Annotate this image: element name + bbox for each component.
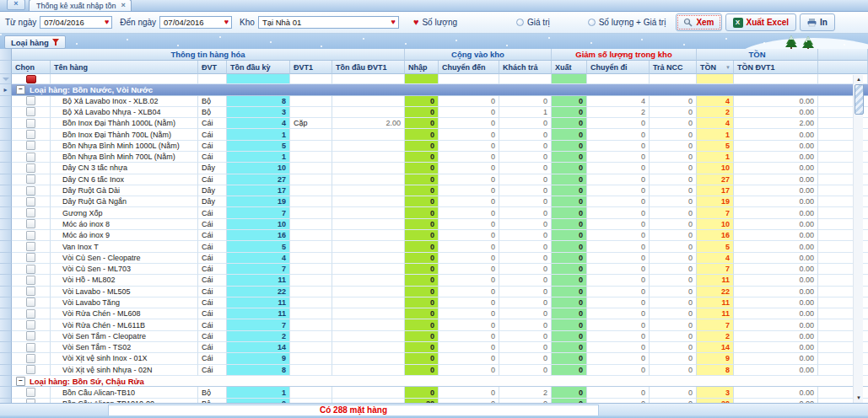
vertical-scrollbar[interactable]: ▲ ▼ xyxy=(853,75,863,403)
column-header-7[interactable]: Chuyển đến xyxy=(439,61,499,74)
filter-cell-1[interactable] xyxy=(51,74,198,84)
table-row[interactable]: Bồn Inox Đại Thành 700L (Nằm)Cái10000001… xyxy=(0,129,868,140)
row-checkbox[interactable] xyxy=(26,265,35,274)
tab-close-icon[interactable]: × xyxy=(121,2,126,9)
collapse-icon[interactable]: − xyxy=(16,85,25,94)
filter-cell-5[interactable] xyxy=(332,74,405,84)
row-checkbox[interactable] xyxy=(26,388,35,397)
row-checkbox[interactable] xyxy=(26,141,35,150)
column-header-13[interactable]: TỒN ĐVT1 xyxy=(734,61,818,74)
row-checkbox[interactable] xyxy=(26,174,35,184)
column-header-5[interactable]: Tồn đầu ĐVT1 xyxy=(332,61,405,74)
row-checkbox[interactable] xyxy=(26,130,35,139)
filter-cell-12[interactable] xyxy=(697,74,734,84)
row-checkbox[interactable] xyxy=(26,309,35,319)
table-row[interactable]: Dây Ruột Gà DàiDây17000000170.00 xyxy=(0,185,868,196)
row-checkbox[interactable] xyxy=(26,208,35,217)
group-row-bar[interactable]: −Loại hàng: Bồn Nước, Vòi Nước xyxy=(12,84,868,96)
table-row[interactable]: Móc áo inox 9Cái16000000160.00 xyxy=(0,230,868,241)
table-row[interactable]: Vòi Xịt vệ sinh Nhựa - 02NCái800000080.0… xyxy=(0,365,868,376)
table-row[interactable]: Dây CN 6 tấc InoxCái27000000270.00 xyxy=(0,174,868,185)
table-row[interactable]: Bồn Nhựa Bình Minh 700L (Nằm)Cái10000001… xyxy=(0,152,868,163)
dropdown-icon[interactable]: ♥ xyxy=(224,19,229,26)
table-row[interactable]: Vòi Xịt vệ sinh Inox - 01XCái900000090.0… xyxy=(0,353,868,364)
table-row[interactable]: Vòi Rửa Chén - ML611BCái700000070.00 xyxy=(0,319,868,330)
row-checkbox[interactable] xyxy=(26,253,35,262)
filter-cell-10[interactable] xyxy=(587,74,650,84)
row-checkbox[interactable] xyxy=(26,331,35,340)
row-checkbox[interactable] xyxy=(26,153,35,162)
row-checkbox[interactable] xyxy=(26,354,35,363)
radio-gia-tri[interactable]: Giá trị xyxy=(516,18,550,27)
filter-cell-8[interactable] xyxy=(499,74,552,84)
column-header-3[interactable]: Tồn đầu kỳ xyxy=(227,61,290,74)
table-row[interactable]: Bồn Nhựa Bình Minh 1000L (Nằm)Cái5000000… xyxy=(0,141,868,152)
table-row[interactable]: Gương XốpCái700000070.00 xyxy=(0,207,868,218)
from-date-input[interactable]: 07/04/2016 ♥ xyxy=(40,16,112,29)
column-header-8[interactable]: Khách trả xyxy=(499,61,552,74)
tab-thong-ke-xuat-nhap-ton[interactable]: Thống kê xuất nhập tồn × xyxy=(29,0,132,11)
table-row[interactable]: Vòi Củ Sen - ML703Cái700000070.00 xyxy=(0,264,868,275)
clear-selection-icon[interactable] xyxy=(26,75,36,83)
row-checkbox[interactable] xyxy=(26,96,35,105)
row-checkbox[interactable] xyxy=(26,242,35,251)
column-header-1[interactable]: Tên hàng xyxy=(51,61,198,74)
row-checkbox[interactable] xyxy=(26,231,35,240)
table-row[interactable]: Bộ Xả Lavabo Nhựa - XLB04Bộ300102020.00 xyxy=(0,107,868,118)
scrollbar-thumb[interactable] xyxy=(855,84,864,115)
scroll-up-icon[interactable]: ▲ xyxy=(854,75,864,83)
row-checkbox[interactable] xyxy=(26,197,35,206)
column-header-11[interactable]: Trả NCC xyxy=(650,61,697,74)
column-header-9[interactable]: Xuất xyxy=(552,61,587,74)
row-checkbox[interactable] xyxy=(26,119,35,128)
table-row[interactable]: Dây CN 3 tấc nhựaDây10000000100.00 xyxy=(0,163,868,174)
row-checkbox[interactable] xyxy=(26,107,35,116)
filter-cell-9[interactable] xyxy=(552,74,587,84)
dropdown-icon[interactable]: ♥ xyxy=(391,19,396,26)
row-checkbox[interactable] xyxy=(26,163,35,173)
column-header-6[interactable]: Nhập xyxy=(405,61,439,74)
table-row[interactable]: Vòi Củ Sen - CleopatreCái400000040.00 xyxy=(0,253,868,264)
table-row[interactable]: Bồn Cầu Alican-TB10Bộ100200030.00 xyxy=(0,387,868,398)
row-checkbox[interactable] xyxy=(26,287,35,296)
row-checkbox[interactable] xyxy=(26,320,35,330)
group-row[interactable]: −Loại hàng: Bồn Sứ, Chậu Rửa xyxy=(0,376,868,388)
collapse-icon[interactable]: − xyxy=(16,377,25,386)
row-checkbox[interactable] xyxy=(26,297,35,307)
filter-cell-2[interactable] xyxy=(198,74,227,84)
column-header-12[interactable]: TỒN▼ xyxy=(697,61,734,74)
column-header-0[interactable]: Chọn xyxy=(12,61,51,74)
table-row[interactable]: Vòi Lavabo - ML505Cái22000000220.00 xyxy=(0,287,868,297)
scroll-down-icon[interactable]: ▼ xyxy=(854,394,864,402)
xem-button[interactable]: Xem xyxy=(676,13,721,31)
filter-funnel-icon[interactable] xyxy=(3,78,9,81)
filter-cell-11[interactable] xyxy=(650,74,697,84)
table-row[interactable]: Van Inox TCái500000050.00 xyxy=(0,241,868,252)
filter-cell-0[interactable] xyxy=(12,74,51,84)
row-checkbox[interactable] xyxy=(26,219,35,228)
row-checkbox[interactable] xyxy=(26,186,35,196)
radio-so-luong-gia-tri[interactable]: Số lượng + Giá trị xyxy=(588,18,666,27)
table-row[interactable]: Vòi Hồ - ML802Cái11000000110.00 xyxy=(0,275,868,286)
column-header-10[interactable]: Chuyển đi xyxy=(587,61,650,74)
table-row[interactable]: Vòi Lavabo TăngCái11000000110.00 xyxy=(0,297,868,308)
warehouse-select[interactable]: Tại Nhà 01 ♥ xyxy=(258,16,399,29)
dropdown-icon[interactable]: ♥ xyxy=(105,19,109,26)
table-row[interactable]: Vòi Rửa Chén - ML608Cái11000000110.00 xyxy=(0,308,868,319)
filter-cell-7[interactable] xyxy=(439,74,499,84)
filter-cell-13[interactable] xyxy=(734,74,818,84)
column-header-4[interactable]: ĐVT1 xyxy=(290,61,332,74)
filter-cell-3[interactable] xyxy=(227,74,290,84)
xuat-excel-button[interactable]: XXuất Excel xyxy=(725,13,797,31)
row-checkbox[interactable] xyxy=(26,365,35,374)
table-row[interactable]: Bồn Inox Đại Thành 1000L (Nằm)Cái4Cặp2.0… xyxy=(0,118,868,129)
in-button[interactable]: In xyxy=(800,13,835,31)
to-date-input[interactable]: 07/04/2016 ♥ xyxy=(159,16,232,29)
row-checkbox[interactable] xyxy=(26,343,35,352)
table-row[interactable]: Vòi Sen Tắm - CleopatreCái200000020.00 xyxy=(0,331,868,342)
table-row[interactable]: Bộ Xả Lavabo Inox - XLB.02Bộ800004040.00 xyxy=(0,96,868,107)
table-row[interactable]: Dây Ruột Gà NgắnDây19000000190.00 xyxy=(0,196,868,207)
filter-cell-4[interactable] xyxy=(290,74,332,84)
loai-hang-button[interactable]: Loại hàng xyxy=(4,35,66,49)
filter-cell-6[interactable] xyxy=(405,74,439,84)
